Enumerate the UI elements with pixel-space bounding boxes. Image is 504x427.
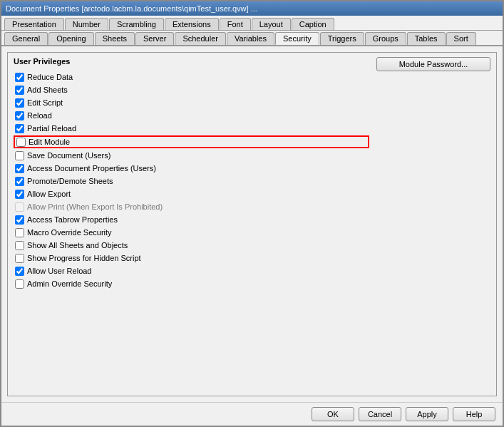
help-button[interactable]: Help [453,407,495,421]
ok-button[interactable]: OK [312,407,354,421]
checkbox-promote-demote[interactable] [15,177,24,186]
user-privileges-group: User Privileges Reduce DataAdd SheetsEdi… [7,52,497,396]
bottom-tab-server[interactable]: Server [135,32,174,45]
checkbox-row-add-sheets: Add Sheets [14,84,369,96]
checkbox-label-access-tabrow: Access Tabrow Properties [27,215,118,225]
footer: OK Cancel Apply Help [1,402,503,426]
checkboxes-panel: User Privileges Reduce DataAdd SheetsEdi… [14,57,369,390]
checkbox-row-reduce-data: Reduce Data [14,71,369,83]
bottom-tab-triggers[interactable]: Triggers [320,32,364,45]
checkbox-label-allow-user-reload: Allow User Reload [27,266,91,276]
checkbox-row-access-doc-props: Access Document Properties (Users) [14,163,369,174]
checkbox-row-save-document: Save Document (Users) [14,150,369,161]
checkbox-admin-override[interactable] [15,279,24,289]
bottom-tab-opening[interactable]: Opening [48,32,94,45]
checkbox-label-edit-script: Edit Script [27,98,63,108]
checkbox-label-allow-export: Allow Export [27,189,71,199]
bottom-tab-scheduler[interactable]: Scheduler [175,32,226,45]
checkbox-row-show-progress: Show Progress for Hidden Script [14,252,369,264]
checkbox-add-sheets[interactable] [15,86,24,95]
checkbox-macro-override[interactable] [15,228,24,237]
top-tab-layout[interactable]: Layout [252,18,291,30]
checkbox-row-promote-demote: Promote/Demote Sheets [14,175,369,187]
checkbox-allow-user-reload[interactable] [15,267,24,276]
content-area: User Privileges Reduce DataAdd SheetsEdi… [1,46,503,402]
top-tab-caption[interactable]: Caption [292,18,334,30]
top-tab-scrambling[interactable]: Scrambling [109,18,164,30]
apply-button[interactable]: Apply [406,407,448,421]
bottom-tab-variables[interactable]: Variables [227,32,274,45]
cancel-button[interactable]: Cancel [359,407,401,421]
checkbox-label-reload: Reload [27,110,52,120]
bottom-tab-sort[interactable]: Sort [446,32,476,45]
checkbox-label-access-doc-props: Access Document Properties (Users) [27,163,156,173]
checkbox-label-edit-module: Edit Module [29,137,70,147]
checkbox-row-admin-override: Admin Override Security [14,278,369,289]
top-tab-font[interactable]: Font [220,18,251,30]
main-window: Document Properties [arctodo.lacbm.la.do… [0,0,504,427]
checkbox-label-save-document: Save Document (Users) [27,150,110,160]
checkbox-row-partial-reload: Partial Reload [14,123,369,134]
checkbox-row-allow-print: Allow Print (When Export Is Prohibited) [14,201,369,212]
checkbox-row-allow-export: Allow Export [14,188,369,200]
checkbox-label-reduce-data: Reduce Data [27,72,73,82]
checkbox-label-macro-override: Macro Override Security [27,227,112,237]
checkbox-label-allow-print: Allow Print (When Export Is Prohibited) [27,202,163,212]
checkbox-label-show-progress: Show Progress for Hidden Script [27,253,141,263]
bottom-tab-tables[interactable]: Tables [407,32,446,45]
checkbox-label-promote-demote: Promote/Demote Sheets [27,176,113,186]
checkbox-label-admin-override: Admin Override Security [27,279,112,289]
checkbox-access-doc-props[interactable] [15,164,24,173]
checkbox-row-allow-user-reload: Allow User Reload [14,265,369,277]
group-label: User Privileges [14,57,369,66]
title-bar: Document Properties [arctodo.lacbm.la.do… [1,1,503,16]
bottom-tab-security[interactable]: Security [275,32,319,45]
checkbox-row-access-tabrow: Access Tabrow Properties [14,214,369,225]
checkbox-partial-reload[interactable] [15,124,24,133]
bottom-tab-sheets[interactable]: Sheets [95,32,135,45]
bottom-tab-bar: GeneralOpeningSheetsServerSchedulerVaria… [1,31,503,46]
checkbox-label-add-sheets: Add Sheets [27,85,68,95]
checkbox-allow-export[interactable] [15,190,24,199]
bottom-tab-general[interactable]: General [4,32,48,45]
checkbox-access-tabrow[interactable] [15,215,24,225]
checkbox-row-macro-override: Macro Override Security [14,227,369,238]
checkbox-show-progress[interactable] [15,254,24,263]
module-password-button[interactable]: Module Password... [376,57,490,71]
top-tab-number[interactable]: Number [65,18,108,30]
checkbox-reduce-data[interactable] [15,73,24,82]
right-panel: Module Password... [376,57,490,390]
checkbox-save-document[interactable] [15,151,24,160]
top-tab-extensions[interactable]: Extensions [165,18,219,30]
checkbox-label-partial-reload: Partial Reload [27,123,76,133]
checkbox-row-edit-module: Edit Module [14,135,369,148]
bottom-tab-groups[interactable]: Groups [365,32,406,45]
checkbox-edit-script[interactable] [15,98,24,108]
checkbox-label-show-all-sheets: Show All Sheets and Objects [27,240,128,250]
checkbox-show-all-sheets[interactable] [15,241,24,250]
checkbox-reload[interactable] [15,111,24,120]
checkbox-row-show-all-sheets: Show All Sheets and Objects [14,240,369,251]
top-tab-presentation[interactable]: Presentation [4,18,64,30]
top-tab-bar: PresentationNumberScramblingExtensionsFo… [1,16,503,31]
checkbox-allow-print[interactable] [15,202,24,212]
checkbox-edit-module[interactable] [16,138,26,147]
window-title: Document Properties [arctodo.lacbm.la.do… [6,4,257,13]
checkbox-row-edit-script: Edit Script [14,97,369,108]
checkbox-row-reload: Reload [14,110,369,121]
